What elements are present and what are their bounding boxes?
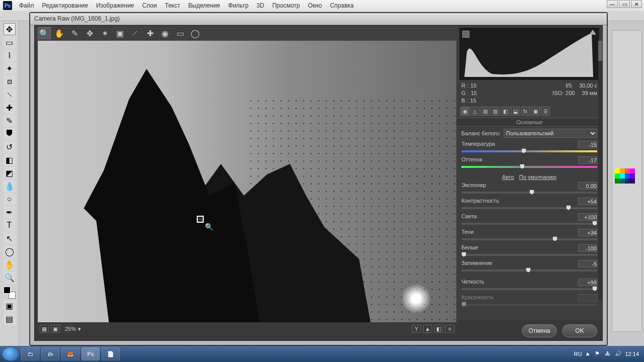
menu-layers[interactable]: Слои	[142, 2, 157, 9]
temperature-value[interactable]	[578, 141, 597, 148]
zoom-tool-ps[interactable]: 🔍	[4, 272, 16, 284]
menu-image[interactable]: Изображение	[96, 2, 134, 9]
tab-detail[interactable]: ▤	[480, 107, 490, 116]
type-tool[interactable]: T	[4, 219, 16, 231]
contrast-value[interactable]	[578, 198, 597, 205]
tray-clock[interactable]: 12:14	[625, 351, 639, 357]
tab-curve[interactable]: △	[470, 107, 479, 116]
stamp-tool[interactable]: ⛊	[4, 128, 16, 140]
move-tool[interactable]: ✥	[4, 23, 16, 35]
zoom-dropdown-icon[interactable]: ▾	[78, 326, 81, 332]
spot-tool[interactable]: ✚	[143, 27, 156, 39]
taskbar-explorer[interactable]: 🗀	[21, 347, 39, 360]
tray-network-icon[interactable]: 🖧	[605, 350, 612, 357]
hand-tool-cr[interactable]: ✋	[53, 27, 66, 39]
whites-slider[interactable]	[461, 252, 597, 258]
color-sampler-tool[interactable]: ✥	[83, 27, 96, 39]
dodge-tool[interactable]: ○	[4, 193, 16, 205]
highlights-value[interactable]	[578, 213, 597, 221]
clarity-slider[interactable]	[461, 286, 597, 292]
shadows-value[interactable]	[578, 229, 597, 236]
tab-fx[interactable]: fx	[521, 107, 530, 116]
settings-menu-button[interactable]: ≡	[445, 325, 454, 333]
menu-file[interactable]: Файл	[19, 2, 34, 9]
tab-split[interactable]: ◧	[501, 107, 510, 116]
marquee-tool[interactable]: ▭	[4, 36, 16, 48]
auto-link[interactable]: Авто	[502, 174, 514, 180]
adjust-brush-tool[interactable]: ▭	[174, 27, 187, 39]
tab-lens[interactable]: ⬓	[511, 107, 520, 116]
tint-slider[interactable]	[461, 164, 597, 170]
menu-view[interactable]: Просмотр	[272, 2, 300, 9]
heal-tool[interactable]: ✚	[4, 102, 16, 114]
straighten-tool[interactable]: ⟋	[128, 27, 141, 39]
menu-3d[interactable]: 3D	[257, 2, 264, 9]
compare-a-button[interactable]: ▦	[40, 325, 49, 333]
tab-presets[interactable]: ☰	[541, 107, 550, 116]
vibrance-slider[interactable]	[461, 302, 597, 308]
zoom-tool[interactable]: 🔍	[38, 27, 51, 39]
tray-action-icon[interactable]: ⚑	[595, 350, 602, 357]
exposure-value[interactable]	[578, 182, 597, 190]
blacks-value[interactable]	[578, 260, 597, 267]
panel-scrollbar[interactable]	[598, 41, 602, 300]
menu-edit[interactable]: Редактирование	[42, 2, 88, 9]
grad-filter-tool[interactable]: ◯	[189, 27, 202, 39]
tab-basic[interactable]: ◉	[460, 107, 469, 116]
blacks-slider[interactable]	[461, 267, 597, 274]
highlights-slider[interactable]	[461, 221, 597, 227]
menu-filter[interactable]: Фильтр	[228, 2, 249, 9]
blur-tool[interactable]: 💧	[4, 180, 16, 192]
cancel-button[interactable]: Отмена	[522, 324, 557, 337]
clarity-value[interactable]	[578, 279, 597, 286]
before-after-button[interactable]: ◧	[434, 325, 443, 333]
eyedropper-tool[interactable]: ⟍	[4, 88, 16, 101]
menu-window[interactable]: Окно	[308, 2, 322, 9]
history-brush-tool[interactable]: ↺	[4, 141, 16, 153]
taskbar-folder[interactable]: 🗁	[41, 347, 59, 360]
temperature-slider[interactable]	[461, 148, 597, 154]
menu-select[interactable]: Выделение	[188, 2, 220, 9]
redeye-tool[interactable]: ◉	[158, 27, 172, 39]
preview-area[interactable]: 🔍	[38, 41, 456, 322]
compare-b-button[interactable]: ▣	[51, 325, 60, 333]
gradient-tool[interactable]: ◩	[4, 167, 16, 179]
menu-help[interactable]: Справка	[330, 2, 354, 9]
tray-volume-icon[interactable]: 🔊	[615, 350, 622, 357]
exposure-slider[interactable]	[461, 190, 597, 196]
wb-select[interactable]: Пользовательский	[504, 129, 597, 138]
path-tool[interactable]: ↖	[4, 232, 16, 244]
shape-tool[interactable]: ◯	[4, 245, 16, 257]
pen-tool[interactable]: ✒	[4, 206, 16, 218]
hand-tool[interactable]: ✋	[4, 258, 16, 270]
target-adjust-tool[interactable]: ✶	[98, 27, 111, 39]
tray-lang[interactable]: RU	[574, 351, 582, 357]
vibrance-value[interactable]	[578, 294, 597, 302]
tab-camera[interactable]: ▣	[531, 107, 540, 116]
histogram[interactable]	[459, 28, 599, 80]
crop-tool[interactable]: ⧈	[4, 75, 16, 87]
crop-tool-cr[interactable]: ▣	[113, 27, 126, 39]
default-link[interactable]: По умолчанию	[519, 174, 556, 180]
ok-button[interactable]: OK	[562, 324, 597, 337]
wb-tool[interactable]: ✎	[68, 27, 81, 39]
eraser-tool[interactable]: ◧	[4, 154, 16, 166]
minimize-button[interactable]: —	[607, 0, 618, 8]
fullscreen-button[interactable]: ▲	[423, 325, 432, 333]
fg-bg-colors[interactable]	[4, 287, 16, 299]
whites-value[interactable]	[578, 244, 597, 252]
screenmode-2[interactable]: ▤	[4, 313, 16, 325]
wand-tool[interactable]: ✦	[4, 62, 16, 74]
preview-toggle-button[interactable]: Y	[412, 325, 421, 333]
tab-hsl[interactable]: ▥	[491, 107, 500, 116]
screenmode-1[interactable]: ▣	[4, 300, 16, 312]
start-button[interactable]	[2, 347, 19, 361]
maximize-button[interactable]: ▭	[619, 0, 630, 8]
lasso-tool[interactable]: ⌇	[4, 49, 16, 61]
taskbar-firefox[interactable]: 🦊	[61, 347, 79, 360]
taskbar-reader[interactable]: 📄	[102, 347, 120, 360]
taskbar-photoshop[interactable]: Ps	[82, 347, 100, 360]
shadows-slider[interactable]	[461, 236, 597, 242]
contrast-slider[interactable]	[461, 205, 597, 211]
tray-flag-icon[interactable]: ▲	[585, 350, 592, 357]
